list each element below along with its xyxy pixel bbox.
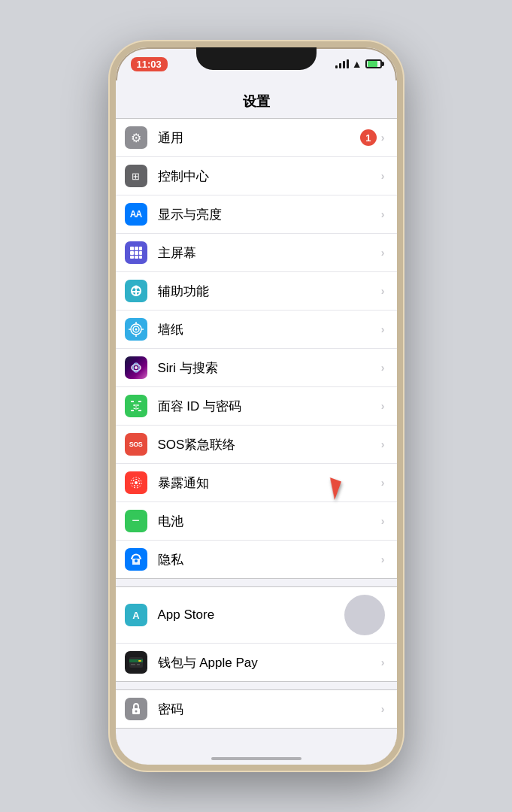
- list-item[interactable]: 主屏幕 ›: [116, 234, 397, 272]
- exposure-label: 暴露通知: [158, 474, 381, 492]
- chevron-icon: ›: [381, 477, 385, 489]
- list-item[interactable]: A App Store: [116, 587, 397, 644]
- siri-icon: [125, 356, 147, 379]
- list-item[interactable]: 面容 ID 与密码 ›: [116, 387, 397, 426]
- list-item[interactable]: 钱包与 Apple Pay ›: [116, 644, 397, 681]
- svg-rect-5: [139, 251, 142, 255]
- chevron-icon: ›: [381, 553, 385, 565]
- svg-point-15: [135, 329, 137, 331]
- svg-rect-1: [135, 247, 138, 250]
- list-item[interactable]: SOS SOS紧急联络 ›: [116, 426, 397, 464]
- wallet-label: 钱包与 Apple Pay: [158, 654, 381, 671]
- chevron-icon: ›: [381, 656, 385, 668]
- general-icon: ⚙: [125, 126, 147, 149]
- list-item[interactable]: 隐私 ›: [116, 541, 397, 578]
- svg-text:A: A: [132, 610, 140, 621]
- general-badge: 1: [360, 129, 377, 146]
- siri-label: Siri 与搜索: [158, 359, 381, 377]
- signal-icon: [335, 59, 349, 68]
- svg-rect-24: [138, 401, 141, 402]
- accessibility-icon: [125, 280, 147, 302]
- general-label: 通用: [158, 129, 360, 147]
- svg-rect-7: [135, 256, 138, 259]
- chevron-icon: ›: [381, 285, 385, 297]
- svg-point-28: [137, 404, 138, 406]
- exposure-icon: [125, 471, 147, 494]
- circle-button[interactable]: [344, 595, 385, 635]
- list-item[interactable]: ⚙ 通用 1 ›: [116, 119, 397, 157]
- wallpaper-label: 墙纸: [158, 321, 381, 338]
- svg-point-27: [133, 404, 135, 406]
- list-item[interactable]: 墙纸 ›: [116, 311, 397, 349]
- list-item[interactable]: − 电池 ›: [116, 502, 397, 541]
- svg-rect-3: [130, 251, 134, 255]
- list-item[interactable]: 辅助功能 ›: [116, 272, 397, 311]
- svg-rect-2: [139, 247, 142, 250]
- faceid-label: 面容 ID 与密码: [158, 398, 381, 415]
- svg-rect-23: [131, 401, 134, 402]
- homescreen-icon: [125, 241, 147, 264]
- chevron-icon: ›: [381, 515, 385, 527]
- svg-point-22: [135, 366, 138, 369]
- chevron-icon: ›: [381, 400, 385, 412]
- control-center-icon: ⊞: [125, 165, 147, 187]
- status-icons: ▲: [335, 58, 382, 70]
- list-item[interactable]: AA 显示与亮度 ›: [116, 195, 397, 234]
- chevron-icon: ›: [381, 362, 385, 374]
- svg-rect-0: [130, 247, 134, 250]
- sos-icon: SOS: [125, 433, 147, 456]
- list-item[interactable]: 密码 ›: [116, 690, 397, 728]
- settings-section-apps: A App Store: [116, 586, 397, 682]
- list-item[interactable]: Siri 与搜索 ›: [116, 349, 397, 387]
- svg-rect-8: [139, 256, 142, 259]
- svg-point-30: [135, 481, 138, 484]
- screen: 设置 ⚙ 通用 1 › ⊞ 控制中心 › AA: [116, 80, 397, 765]
- passwords-icon: [125, 698, 147, 720]
- list-item[interactable]: ⊞ 控制中心 ›: [116, 157, 397, 195]
- chevron-icon: ›: [381, 170, 385, 182]
- battery-label: 电池: [158, 513, 381, 530]
- svg-rect-37: [138, 660, 141, 662]
- settings-section-general: ⚙ 通用 1 › ⊞ 控制中心 › AA 显示与亮度 ›: [116, 118, 397, 579]
- wifi-icon: ▲: [352, 58, 362, 70]
- display-label: 显示与亮度: [158, 206, 381, 223]
- chevron-icon: ›: [381, 323, 385, 335]
- appstore-label: App Store: [158, 607, 344, 623]
- svg-rect-25: [131, 410, 134, 411]
- chevron-icon: ›: [381, 438, 385, 450]
- battery-icon: −: [125, 510, 147, 532]
- chevron-icon: ›: [381, 247, 385, 259]
- svg-rect-38: [131, 664, 135, 665]
- phone-frame: 11:03 ▲ 设置 ⚙ 通用 1 ›: [110, 41, 403, 771]
- svg-rect-39: [137, 664, 140, 665]
- homescreen-label: 主屏幕: [158, 244, 381, 262]
- control-center-label: 控制中心: [158, 168, 381, 185]
- svg-rect-4: [135, 251, 138, 255]
- status-time: 11:03: [131, 57, 168, 71]
- privacy-label: 隐私: [158, 551, 381, 568]
- svg-rect-6: [130, 256, 134, 259]
- svg-point-41: [135, 710, 137, 713]
- wallpaper-icon: [125, 318, 147, 341]
- home-indicator: [211, 757, 301, 760]
- page-title: 设置: [116, 80, 397, 118]
- faceid-icon: [125, 395, 147, 417]
- chevron-icon: ›: [381, 703, 385, 715]
- display-icon: AA: [125, 203, 147, 226]
- appstore-icon: A: [125, 604, 147, 626]
- privacy-icon: [125, 548, 147, 571]
- svg-rect-26: [138, 410, 141, 411]
- list-item[interactable]: 暴露通知 ›: [116, 464, 397, 502]
- settings-section-more: 密码 ›: [116, 689, 397, 729]
- notch: [196, 47, 317, 70]
- chevron-icon: ›: [381, 132, 385, 144]
- svg-point-33: [135, 559, 138, 562]
- chevron-icon: ›: [381, 208, 385, 220]
- accessibility-label: 辅助功能: [158, 283, 381, 300]
- passwords-label: 密码: [158, 701, 381, 718]
- wallet-icon: [125, 651, 147, 674]
- sos-label: SOS紧急联络: [158, 436, 381, 453]
- battery-icon: [365, 59, 382, 68]
